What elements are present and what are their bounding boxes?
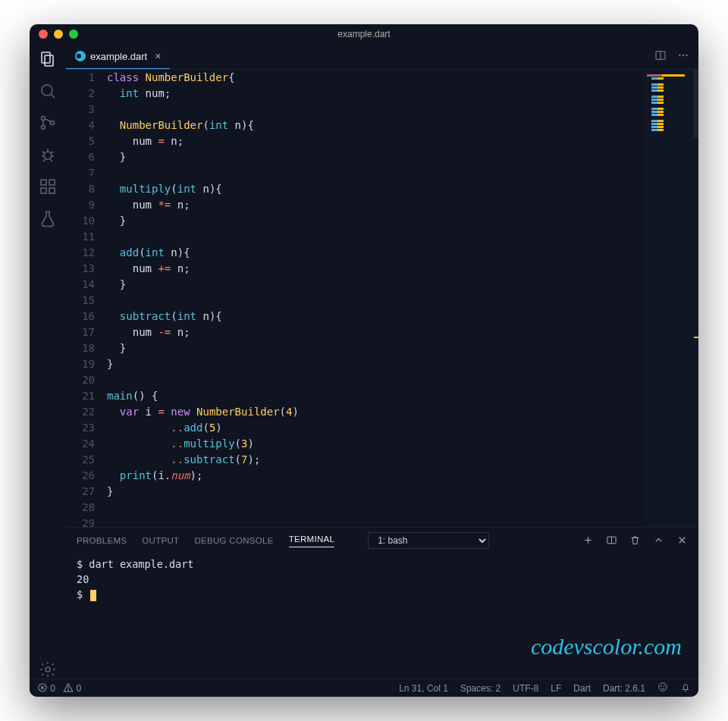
debug-icon[interactable]: [39, 146, 57, 164]
svg-point-17: [686, 54, 688, 55]
tab-bar: example.dart ×: [66, 44, 698, 70]
extensions-icon[interactable]: [39, 177, 57, 196]
svg-point-6: [51, 121, 55, 125]
terminal-content[interactable]: $ dart example.dart 20 $ codevscolor.com: [66, 553, 698, 679]
svg-rect-1: [45, 55, 53, 66]
source-control-icon[interactable]: [39, 114, 57, 132]
status-eol[interactable]: LF: [551, 683, 561, 694]
status-feedback-icon[interactable]: [657, 682, 668, 694]
terminal-selector[interactable]: 1: bash: [368, 532, 489, 549]
terminal-line: $ dart example.dart: [77, 556, 688, 572]
svg-point-15: [679, 54, 680, 55]
split-terminal-icon[interactable]: [606, 534, 617, 547]
status-notifications-icon[interactable]: [680, 682, 691, 694]
terminal-line: 20: [77, 572, 688, 587]
explorer-icon[interactable]: [39, 50, 57, 68]
terminal-cursor: [90, 590, 96, 601]
panel-tabs: PROBLEMS OUTPUT DEBUG CONSOLE TERMINAL 1…: [66, 528, 698, 553]
editor-area[interactable]: 1234567891011121314151617181920212223242…: [66, 70, 698, 527]
svg-rect-9: [41, 188, 46, 193]
more-actions-icon[interactable]: [677, 49, 689, 64]
svg-point-31: [664, 685, 664, 686]
svg-rect-8: [41, 180, 46, 185]
editor-actions: [654, 44, 698, 69]
status-errors[interactable]: 0: [37, 682, 55, 694]
svg-point-30: [661, 685, 662, 686]
svg-point-16: [682, 54, 684, 55]
tab-example-dart[interactable]: example.dart ×: [66, 44, 170, 69]
kill-terminal-icon[interactable]: [629, 534, 641, 547]
panel-tab-debug-console[interactable]: DEBUG CONSOLE: [194, 536, 273, 545]
maximize-panel-icon[interactable]: [653, 534, 664, 547]
svg-point-4: [42, 117, 46, 121]
new-terminal-icon[interactable]: [582, 534, 594, 547]
window-title: example.dart: [30, 29, 698, 39]
panel-tab-problems[interactable]: PROBLEMS: [77, 536, 127, 545]
minimap-slider[interactable]: [694, 70, 698, 138]
svg-line-3: [51, 94, 55, 98]
status-dart-version[interactable]: Dart: 2.6.1: [603, 683, 645, 694]
dart-file-icon: [75, 51, 86, 61]
bottom-panel: PROBLEMS OUTPUT DEBUG CONSOLE TERMINAL 1…: [66, 527, 698, 679]
watermark-text: codevscolor.com: [531, 639, 682, 654]
svg-point-28: [68, 690, 69, 691]
close-panel-icon[interactable]: [676, 534, 688, 547]
editor-group: example.dart × 1234567891011121314151617…: [66, 44, 698, 679]
settings-gear-icon[interactable]: [39, 660, 57, 679]
svg-rect-11: [49, 180, 55, 185]
testing-icon[interactable]: [39, 209, 57, 227]
svg-rect-10: [49, 188, 55, 193]
editor-window: example.dart example.dart ×: [30, 24, 698, 697]
code-content[interactable]: class NumberBuilder{ int num; NumberBuil…: [107, 70, 644, 527]
svg-point-5: [42, 126, 46, 130]
status-language[interactable]: Dart: [573, 683, 591, 694]
svg-rect-0: [42, 52, 50, 63]
tab-close-icon[interactable]: ×: [155, 50, 161, 62]
status-encoding[interactable]: UTF-8: [513, 683, 538, 694]
workbench-body: example.dart × 1234567891011121314151617…: [30, 44, 698, 679]
line-number-gutter: 1234567891011121314151617181920212223242…: [66, 70, 107, 527]
status-cursor-position[interactable]: Ln 31, Col 1: [399, 683, 448, 694]
title-bar: example.dart: [30, 24, 698, 44]
tab-label: example.dart: [90, 51, 147, 62]
svg-point-29: [659, 683, 667, 691]
activity-bar: [30, 44, 66, 679]
status-indentation[interactable]: Spaces: 2: [460, 683, 500, 694]
terminal-line: $: [77, 587, 688, 602]
minimap[interactable]: [644, 70, 698, 527]
search-icon[interactable]: [39, 82, 57, 100]
status-bar: 0 0 Ln 31, Col 1 Spaces: 2 UTF-8 LF Dart…: [30, 679, 698, 697]
svg-point-2: [42, 85, 52, 96]
panel-tab-terminal[interactable]: TERMINAL: [289, 534, 335, 547]
status-warnings[interactable]: 0: [63, 682, 81, 694]
svg-point-12: [46, 667, 50, 672]
panel-tab-output[interactable]: OUTPUT: [142, 536, 179, 545]
svg-point-7: [44, 152, 52, 159]
split-editor-icon[interactable]: [654, 49, 667, 64]
